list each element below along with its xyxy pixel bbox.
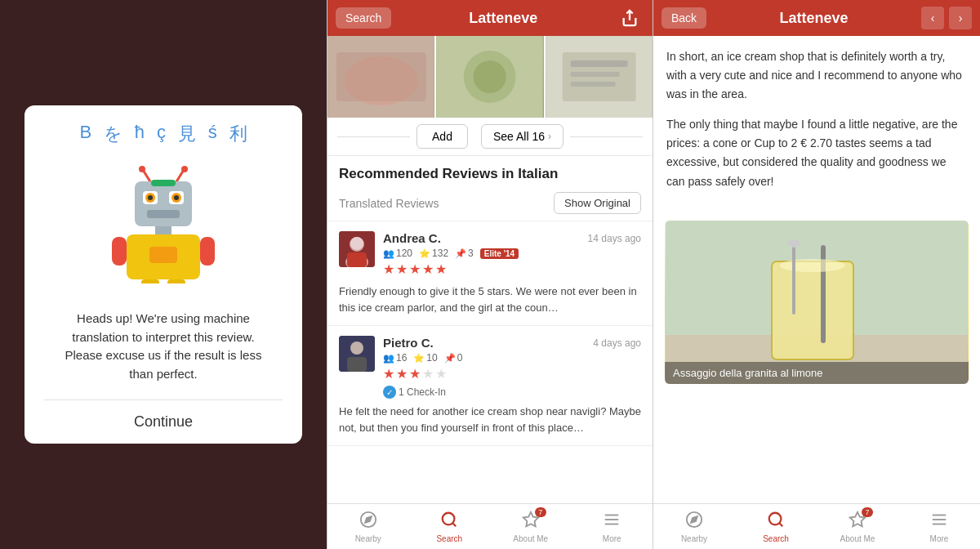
svg-rect-11 (147, 210, 180, 218)
reviews-scroll[interactable]: Andrea C. 14 days ago 👥 120 ⭐ 132 (327, 221, 653, 503)
panel-reviews-list: Search Latteneve (327, 0, 653, 549)
aboutme-badge-3: 7 (862, 507, 873, 517)
header-search-button[interactable]: Search (336, 7, 391, 29)
menu-icon-2 (603, 511, 621, 533)
star-p5: ★ (435, 366, 447, 382)
svg-line-58 (779, 523, 782, 526)
svg-point-3 (181, 166, 188, 172)
translation-dialog: B を ħ ç 見 ś 利 (24, 105, 302, 444)
add-photo-button[interactable]: Add (416, 124, 468, 149)
show-original-button[interactable]: Show Original (554, 192, 641, 214)
tips-icon-2: 📌 (444, 353, 456, 364)
share-icon (621, 9, 639, 27)
review-paragraph-2: The only thing that maybe I found a litt… (666, 115, 967, 190)
bottom-nav-3: Nearby Search 7 About Me (653, 503, 980, 549)
nav-more-3[interactable]: More (898, 507, 980, 547)
star-p3: ★ (409, 366, 421, 382)
svg-point-57 (769, 512, 782, 524)
star-p2: ★ (396, 366, 408, 382)
see-all-button[interactable]: See All 16 › (481, 124, 564, 149)
food-photo-1 (327, 36, 434, 118)
svg-point-54 (787, 239, 800, 248)
elite-badge-andrea: Elite '14 (480, 248, 519, 259)
review-item-pietro[interactable]: Pietro C. 4 days ago 👥 16 ⭐ 10 (327, 326, 653, 446)
reviewer-stats-andrea: 👥 120 ⭐ 132 📌 3 Elite '14 (383, 248, 641, 259)
svg-rect-14 (149, 247, 177, 263)
review-full-text: In short, an ice cream shop that is defi… (653, 36, 980, 214)
bottom-nav-2: Nearby Search 7 About Me (327, 503, 653, 549)
nav-label-search-2: Search (436, 534, 462, 543)
photo-thumb-2[interactable] (436, 36, 545, 118)
avatar-andrea (339, 231, 375, 267)
nav-search-3[interactable]: Search (735, 507, 817, 547)
svg-point-41 (443, 512, 455, 524)
avatar-pietro (339, 336, 375, 372)
drink-photo: Assaggio della granita al limone (665, 221, 969, 384)
svg-rect-49 (772, 261, 853, 359)
translated-bar: Translated Reviews Show Original (327, 187, 653, 221)
translation-message: Heads up! We're using machine translatio… (44, 301, 283, 399)
translated-label: Translated Reviews (339, 197, 439, 210)
nav-aboutme-3[interactable]: 7 About Me (817, 507, 898, 547)
granita-image (665, 221, 969, 384)
friends-icon-2: 👥 (383, 353, 394, 364)
robot-icon (110, 165, 216, 283)
reviews-icon-2: ⭐ (413, 353, 425, 364)
friends-icon: 👥 (383, 248, 394, 259)
nav-label-nearby-3: Nearby (681, 534, 707, 543)
svg-point-7 (148, 195, 153, 200)
continue-button[interactable]: Continue (44, 399, 283, 444)
photo-strip[interactable] (327, 36, 653, 118)
svg-rect-16 (200, 237, 215, 266)
star-icon-2: 7 (522, 511, 540, 533)
nav-search-2[interactable]: Search (409, 507, 491, 547)
avatar-image-pietro (339, 336, 375, 372)
nav-more-2[interactable]: More (572, 507, 653, 547)
star-5: ★ (435, 261, 447, 277)
photo-thumb-1[interactable] (327, 36, 436, 118)
stars-andrea: ★ ★ ★ ★ ★ (383, 261, 641, 277)
tips-icon: 📌 (455, 248, 466, 259)
nav-label-more-3: More (930, 534, 949, 543)
svg-point-34 (350, 237, 363, 250)
svg-rect-28 (570, 60, 627, 67)
svg-rect-4 (135, 181, 192, 226)
svg-rect-38 (347, 357, 367, 372)
divider-left (337, 136, 410, 137)
back-button[interactable]: Back (662, 7, 706, 29)
svg-rect-15 (112, 237, 127, 266)
photo-thumb-3[interactable] (546, 36, 653, 118)
svg-point-37 (350, 341, 363, 355)
menu-icon-3 (930, 511, 948, 533)
svg-rect-53 (792, 241, 795, 315)
review-photo[interactable]: Assaggio della granita al limone (665, 221, 969, 384)
next-arrow-button[interactable]: › (949, 7, 972, 29)
review-item-andrea[interactable]: Andrea C. 14 days ago 👥 120 ⭐ 132 (327, 221, 653, 326)
share-button[interactable] (615, 3, 644, 33)
star-p4: ★ (422, 366, 434, 382)
review-header-andrea: Andrea C. 14 days ago 👥 120 ⭐ 132 (339, 231, 641, 279)
svg-rect-22 (336, 52, 426, 101)
food-photo-3 (546, 36, 653, 118)
svg-marker-40 (365, 516, 372, 523)
review-header-pietro: Pietro C. 4 days ago 👥 16 ⭐ 10 (339, 336, 641, 399)
review-date-andrea: 14 days ago (588, 233, 641, 244)
nav-arrows: ‹ › (921, 7, 972, 29)
nav-nearby-2[interactable]: Nearby (327, 507, 409, 547)
reviewer-name-andrea: Andrea C. (383, 231, 441, 245)
photo-caption: Assaggio della granita al limone (665, 362, 969, 384)
photos-action-bar: Add See All 16 › (327, 118, 653, 156)
nav-nearby-3[interactable]: Nearby (653, 507, 735, 547)
star-icon-3: 7 (849, 511, 866, 533)
reviewer-info-pietro: Pietro C. 4 days ago 👥 16 ⭐ 10 (383, 336, 641, 399)
review-text-andrea: Friendly enough to give it the 5 stars. … (339, 283, 641, 315)
review-detail-header: Back Latteneve ‹ › (653, 0, 980, 36)
star-p1: ★ (383, 366, 394, 382)
svg-line-0 (143, 170, 151, 183)
aboutme-badge-2: 7 (535, 507, 546, 517)
prev-arrow-button[interactable]: ‹ (921, 7, 944, 29)
nav-aboutme-2[interactable]: 7 About Me (490, 507, 572, 547)
star-2: ★ (396, 261, 408, 277)
review-detail-content: In short, an ice cream shop that is defi… (653, 36, 980, 503)
svg-point-52 (780, 259, 845, 272)
